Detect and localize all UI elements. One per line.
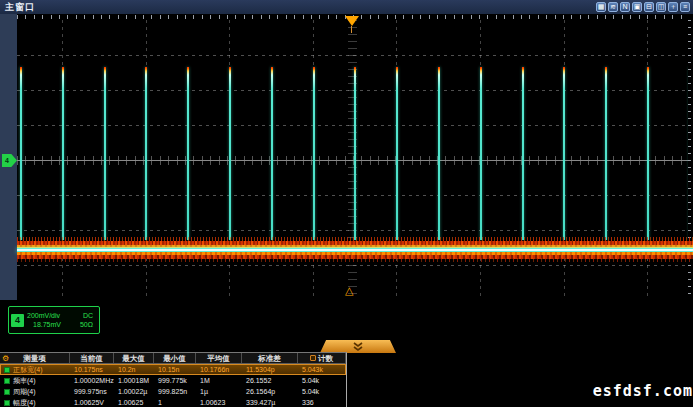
window-title: 主窗口 xyxy=(0,1,35,14)
measurement-value: 26.1564p xyxy=(242,386,298,397)
column-header: 计数 xyxy=(318,353,333,364)
measurement-value: 26.1552 xyxy=(242,375,298,386)
pulse-trace xyxy=(438,67,440,240)
measurement-value: 1.00018M xyxy=(114,375,154,386)
column-header: 最小值 xyxy=(163,353,186,364)
pulse-trace xyxy=(229,67,231,240)
split-screen-button[interactable]: ◫ xyxy=(656,2,666,12)
measurement-row[interactable]: 周期(4)999.975ns1.00022µ999.825n1µ26.1564p… xyxy=(0,386,346,397)
chevron-double-down-icon xyxy=(352,342,364,351)
column-header: 测量项 xyxy=(23,353,46,364)
channel-color-square-icon xyxy=(4,389,10,395)
measurement-value: 5.04k xyxy=(298,375,346,386)
column-header: 当前值 xyxy=(80,353,103,364)
measurement-row[interactable]: 幅度(4)1.00625V1.0062511.00623339.427µ336 xyxy=(0,397,346,407)
measurement-value: 1.00623 xyxy=(196,397,242,407)
channel-color-square-icon xyxy=(4,400,10,406)
measurement-value: 10.2n xyxy=(114,364,154,375)
measurement-value: 10.1766n xyxy=(196,364,242,375)
pulse-trace xyxy=(647,67,649,240)
measurement-value: 336 xyxy=(298,397,346,407)
zoom-in-button[interactable]: ＋ xyxy=(668,2,678,12)
measurement-value: 10.15n xyxy=(154,364,196,375)
channel-color-square-icon xyxy=(4,378,10,384)
channel-impedance: 50Ω xyxy=(80,321,97,329)
normal-trigger-button[interactable]: N xyxy=(620,2,630,12)
measurement-name: 幅度(4) xyxy=(13,399,36,406)
pulse-trace xyxy=(522,67,524,240)
pulse-trace xyxy=(605,67,607,240)
measurement-value: 1µ xyxy=(196,386,242,397)
channel-number: 4 xyxy=(11,314,24,327)
pulse-trace xyxy=(480,67,482,240)
pulse-trace xyxy=(271,67,273,240)
column-header: 最大值 xyxy=(122,353,145,364)
measurement-row[interactable]: 正脉宽(4)10.175ns10.2n10.15n10.1766n11.5304… xyxy=(0,364,346,375)
measurement-value: 5.04k xyxy=(298,386,346,397)
channel-offset: 18.75mV xyxy=(27,321,61,329)
channel4-badge[interactable]: 4 200mV/div DC 18.75mV 50Ω xyxy=(8,306,100,334)
measurement-name: 正脉宽(4) xyxy=(13,366,43,373)
noise-band-speckle-bottom xyxy=(17,258,693,262)
measurement-value: 1 xyxy=(154,397,196,407)
measurement-value: 339.427µ xyxy=(242,397,298,407)
pulse-trace xyxy=(187,67,189,240)
pulse-trace xyxy=(396,67,398,240)
toolbar-buttons: ▦≋N▣⊟◫＋≡ xyxy=(596,2,690,12)
pulse-trace xyxy=(20,67,22,240)
measurement-value: 999.825n xyxy=(154,386,196,397)
measurement-value: 999.775k xyxy=(154,375,196,386)
title-bar: 主窗口 ▦≋N▣⊟◫＋≡ xyxy=(0,0,693,14)
oscilloscope-main-window: 主窗口 ▦≋N▣⊟◫＋≡ △ 4 4 xyxy=(0,0,693,407)
measurement-row[interactable]: 频率(4)1.00002MHz1.00018M999.775k1M26.1552… xyxy=(0,375,346,386)
channel-coupling: DC xyxy=(83,312,97,320)
measurement-table: ⚙ 测量项当前值最大值最小值平均值标准差计数 正脉宽(4)10.175ns10.… xyxy=(0,352,347,407)
menu-button[interactable]: ≡ xyxy=(680,2,690,12)
grid-display-button[interactable]: ▦ xyxy=(596,2,606,12)
scope-screen: △ 4 4 200mV/div DC 18.75mV 50Ω xyxy=(0,14,693,407)
count-icon xyxy=(310,355,316,361)
pulse-trace xyxy=(354,67,356,240)
channel-color-square-icon xyxy=(4,367,10,373)
channel-scale: 200mV/div xyxy=(27,312,60,320)
pulse-trace xyxy=(563,67,565,240)
pulse-trace xyxy=(313,67,315,240)
measurement-value: 5.043k xyxy=(298,364,346,375)
watermark: esfdsf.com xyxy=(593,382,693,400)
pulse-trace xyxy=(104,67,106,240)
measurement-name: 频率(4) xyxy=(13,377,36,384)
measurement-table-header: ⚙ 测量项当前值最大值最小值平均值标准差计数 xyxy=(0,353,346,364)
measurement-value: 1.00625 xyxy=(114,397,154,407)
measurement-value: 999.975ns xyxy=(70,386,114,397)
column-header: 平均值 xyxy=(207,353,230,364)
measure-settings-gear-icon[interactable]: ⚙ xyxy=(2,353,9,364)
trigger-level-marker-icon[interactable]: △ xyxy=(345,283,353,297)
measurement-value: 10.175ns xyxy=(70,364,114,375)
column-header: 标准差 xyxy=(258,353,281,364)
measurement-value: 1.00022µ xyxy=(114,386,154,397)
measurement-name: 周期(4) xyxy=(13,388,36,395)
measurement-value: 1.00625V xyxy=(70,397,114,407)
pulse-trace xyxy=(62,67,64,240)
measurement-value: 1M xyxy=(196,375,242,386)
trigger-position-line xyxy=(351,26,352,33)
pulse-trace xyxy=(145,67,147,240)
trigger-position-marker-icon[interactable] xyxy=(345,16,359,26)
waveform-mode-button[interactable]: ≋ xyxy=(608,2,618,12)
measurement-value: 11.5304p xyxy=(242,364,298,375)
collapse-panel-button[interactable]: ⊟ xyxy=(644,2,654,12)
measurement-value: 1.00002MHz xyxy=(70,375,114,386)
baseline-trace-core xyxy=(17,249,693,251)
measurement-table-body: 正脉宽(4)10.175ns10.2n10.15n10.1766n11.5304… xyxy=(0,364,346,407)
display-layout-button[interactable]: ▣ xyxy=(632,2,642,12)
